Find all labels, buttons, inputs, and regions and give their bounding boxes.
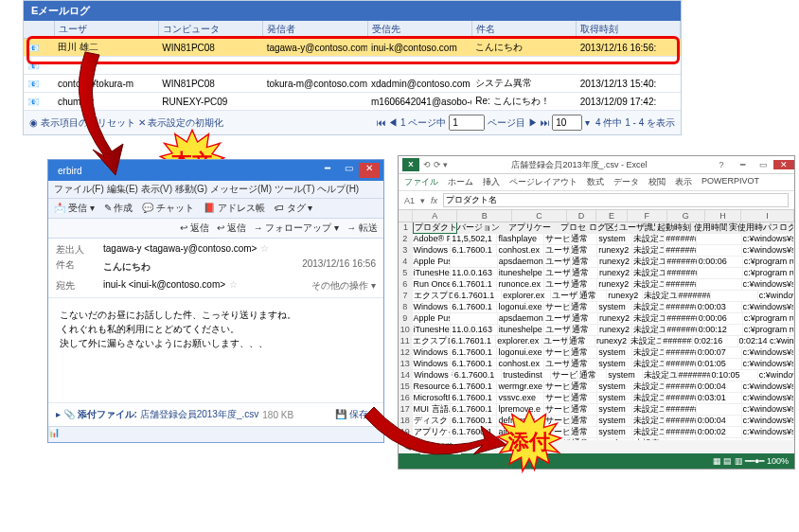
table-row[interactable]: 2Adobe® Fla11,5,502,1flashplayeサービス通常sys…: [399, 234, 794, 245]
table-row[interactable]: 9Apple Pushapsdaemonユーザ通常runexy2未設定ユー###…: [399, 313, 794, 325]
mail-window: erbird ━ ▭ ✕ ファイル(F) 編集(E) 表示(V) 移動(G) メ…: [47, 159, 384, 443]
table-row[interactable]: 14Windows モ6.1.7600.1trustedinstサービス通常sy…: [399, 370, 794, 381]
table-row[interactable]: 11エクスプロー6.1.7601.1explorer.exユーザ通常runexy…: [399, 336, 794, 347]
replyall-button[interactable]: ↩ 返信: [217, 222, 246, 235]
excel-icon: X: [402, 158, 419, 171]
email-log-row[interactable]: 📧chuma-kRUNEXY-PC09m1606642041@asobo-dea…: [24, 93, 681, 111]
forward-button[interactable]: → 転送: [346, 222, 378, 235]
table-row[interactable]: 8Windows ロ6.1.7600.1logonui.exeサービス通常sys…: [399, 302, 794, 313]
help-icon[interactable]: ?: [711, 160, 732, 169]
table-row[interactable]: 1プロダクト名バージョンアプリケープロセスタログ区分ユーザ識別部門名起動時刻使用…: [399, 222, 794, 234]
formula-input[interactable]: [443, 193, 789, 207]
excel-window: X ⟲ ⟳ ▾ 店舗登録会員2013年度_.csv - Excel ? ━ ▭ …: [398, 155, 795, 470]
email-log-row[interactable]: 📧: [24, 57, 681, 75]
tag-button[interactable]: 🏷 タグ ▾: [275, 202, 313, 215]
attachment-bar[interactable]: ▸ 📎 添付ファイル: 店舗登録会員2013年度_.csv 180 KB 💾 保…: [48, 403, 383, 426]
maximize-icon[interactable]: ▭: [753, 160, 773, 169]
sheet-tab[interactable]: 店舗登: [420, 440, 461, 454]
excel-statusbar: ▦ ▤ ▥ ━━●━ 100%: [399, 453, 794, 469]
excel-ribbon[interactable]: ファイルホーム挿入ページレイアウト数式データ校閲表示POWERPIVOT: [399, 174, 794, 191]
email-log-title: Eメールログ: [24, 1, 681, 21]
minimize-icon[interactable]: ━: [732, 160, 753, 169]
table-row[interactable]: 18ディスク デ6.1.7600.1defragsvc.サービス通常system…: [399, 416, 794, 427]
table-row[interactable]: 6Run Once6.1.7601.1runonce.exユーザ通常runexy…: [399, 279, 794, 291]
table-row[interactable]: 10iTunesHelp11.0.0.163ituneshelpeユーザ通常ru…: [399, 325, 794, 336]
table-row[interactable]: 17MUI 言語パ6.1.7600.1lpremove.eサービス通常syste…: [399, 404, 794, 416]
compose-button[interactable]: ✎ 作成: [104, 202, 133, 215]
email-log-panel: Eメールログ ユーザコンピュータ発信者受信先件名取得時刻 📧田川 雄二WIN81…: [23, 0, 682, 135]
mail-toolbar2[interactable]: ↩ 返信 ↩ 返信 → フォローアップ ▾ → 転送: [48, 219, 383, 239]
followup-button[interactable]: → フォローアップ ▾: [254, 222, 340, 235]
mail-titlebar[interactable]: erbird ━ ▭ ✕: [48, 160, 383, 181]
email-log-row[interactable]: 📧田川 雄二WIN81PC08tagawa-y@contoso.cominui-…: [24, 39, 681, 57]
receive-button[interactable]: 📩 受信 ▾: [54, 202, 95, 215]
excel-titlebar[interactable]: X ⟲ ⟳ ▾ 店舗登録会員2013年度_.csv - Excel ? ━ ▭ …: [399, 156, 794, 174]
table-row[interactable]: 3Windows コ6.1.7600.1conhost.exユーザ通常runex…: [399, 245, 794, 257]
table-row[interactable]: 5iTunesHelp11.0.0.163ituneshelpeユーザ通常run…: [399, 268, 794, 279]
mail-header: 差出人tagawa-y <tagawa-y@contoso.com>☆ 件名こん…: [48, 239, 383, 298]
table-row[interactable]: 15Resource a6.1.7600.1wermgr.exeサービス通常sy…: [399, 381, 794, 393]
table-row[interactable]: 12Windows ロ6.1.7600.1logonui.exeサービス通常sy…: [399, 347, 794, 359]
mail-menu[interactable]: ファイル(F) 編集(E) 表示(V) 移動(G) メッセージ(M) ツール(T…: [48, 181, 383, 199]
mail-toolbar[interactable]: 📩 受信 ▾ ✎ 作成 💬 チャット 📕 アドレス帳 🏷 タグ ▾: [48, 199, 383, 219]
table-row[interactable]: 19アプリケイト6.1.7600.1aitagent.exサービス通常syste…: [399, 427, 794, 438]
reply-button[interactable]: ↩ 返信: [180, 222, 209, 235]
email-log-row[interactable]: 📧contoso¥tokura-mWIN81PC08tokura-m@conto…: [24, 75, 681, 93]
minimize-icon[interactable]: ━: [317, 163, 338, 178]
close-icon[interactable]: ✕: [773, 160, 794, 169]
mail-body: こないだのお昼にお話しした件、こっそり送りますね。 くれぐれも私的利用にとどめて…: [48, 298, 383, 403]
chat-button[interactable]: 💬 チャット: [142, 202, 194, 215]
page-input[interactable]: [449, 115, 485, 131]
star-icon[interactable]: ☆: [260, 243, 269, 254]
maximize-icon[interactable]: ▭: [338, 163, 359, 178]
col-header[interactable]: ABCDEFGHI: [399, 210, 794, 222]
mail-statusbar: 📊: [48, 426, 383, 442]
table-row[interactable]: 13Windows コ6.1.7600.1conhost.exユーザ通常syst…: [399, 359, 794, 370]
table-row[interactable]: 16MicrosoftR6.1.7600.1vssvc.exeサービス通常sys…: [399, 393, 794, 404]
email-log-footer: ◉ 表示項目のプリセット ✕ 表示設定の初期化 ⏮ ◀ 1 ページ中 ページ目 …: [24, 111, 681, 134]
address-button[interactable]: 📕 アドレス帳: [204, 202, 265, 215]
burst-attach: 添付: [496, 409, 562, 475]
email-log-header: ユーザコンピュータ発信者受信先件名取得時刻: [24, 21, 681, 39]
table-row[interactable]: 4Apple Pushapsdaemonユーザ通常runexy2未設定ユー###…: [399, 257, 794, 268]
formula-bar[interactable]: A1▾fx: [399, 191, 794, 210]
close-icon[interactable]: ✕: [359, 163, 380, 178]
table-row[interactable]: 7エクスプロー6.1.7601.1explorer.exユーザ通常runexy2…: [399, 291, 794, 302]
excel-grid[interactable]: 1プロダクト名バージョンアプリケープロセスタログ区分ユーザ識別部門名起動時刻使用…: [399, 222, 794, 440]
other-ops[interactable]: その他の操作 ▾: [311, 279, 376, 293]
pagesize-input[interactable]: [552, 115, 582, 131]
